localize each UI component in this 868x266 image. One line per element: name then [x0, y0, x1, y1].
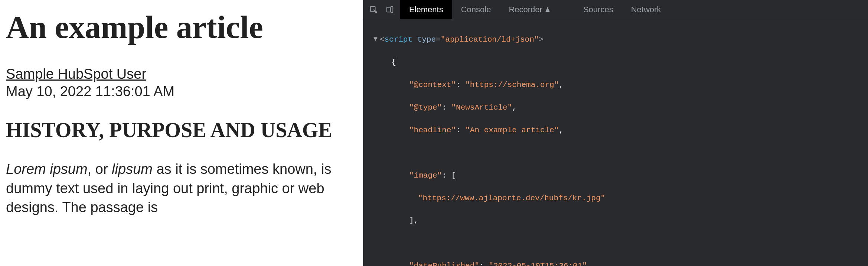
elements-source[interactable]: ▼<script type="application/ld+json"> { "… [363, 19, 868, 266]
expand-caret-icon[interactable]: ▼ [373, 34, 378, 44]
article-page: An example article Sample HubSpot User M… [0, 0, 363, 266]
svg-rect-2 [391, 6, 393, 13]
body-italic-1: Lorem ipsum [6, 161, 88, 177]
devtools-toolbar: Elements Console Recorder Sources Networ… [363, 0, 868, 19]
body-italic-2: lipsum [112, 161, 153, 177]
tab-recorder-label: Recorder [509, 5, 542, 14]
flask-icon [545, 7, 551, 13]
author-link[interactable]: Sample HubSpot User [6, 66, 146, 82]
tab-sources[interactable]: Sources [574, 0, 622, 19]
tab-console[interactable]: Console [452, 0, 500, 19]
inspect-icon[interactable] [366, 2, 381, 17]
svg-rect-1 [387, 7, 390, 12]
publish-date: May 10, 2022 11:36:01 AM [6, 84, 357, 100]
body-sep-1: , or [88, 161, 112, 177]
devtools-tabs: Elements Console Recorder Sources Networ… [400, 0, 670, 19]
article-body: Lorem ipsum, or lipsum as it is sometime… [6, 160, 355, 217]
devtools-panel: Elements Console Recorder Sources Networ… [363, 0, 868, 266]
tab-elements[interactable]: Elements [400, 0, 452, 19]
article-title: An example article [6, 10, 357, 44]
section-heading: HISTORY, PURPOSE AND USAGE [6, 118, 357, 142]
tab-network[interactable]: Network [622, 0, 670, 19]
device-toggle-icon[interactable] [382, 2, 397, 17]
tab-recorder[interactable]: Recorder [500, 0, 559, 19]
